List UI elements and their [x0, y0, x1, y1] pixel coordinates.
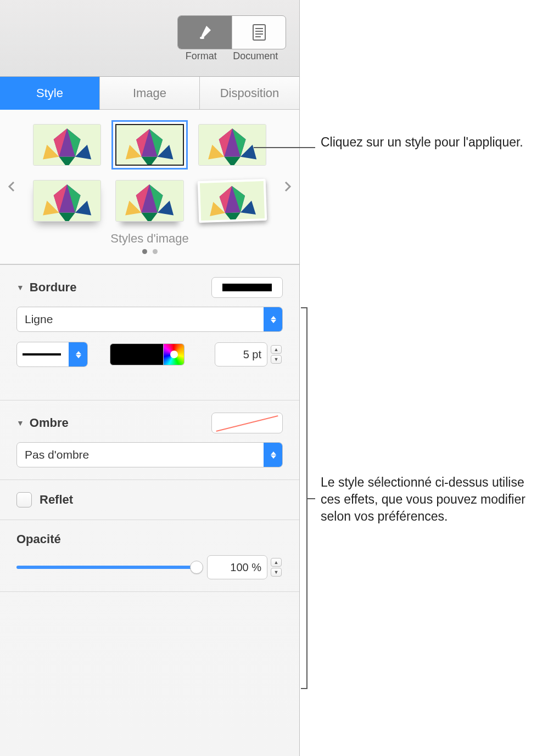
toolbar-segmented — [177, 15, 286, 49]
disclosure-triangle-icon: ▼ — [16, 419, 24, 427]
style-swatch[interactable] — [198, 124, 266, 166]
border-thickness-field[interactable]: 5 pt — [215, 342, 267, 366]
popup-arrows-icon — [264, 443, 282, 467]
border-type-value: Ligne — [17, 313, 264, 326]
line-style-preview — [23, 353, 61, 356]
paintbrush-icon — [197, 24, 213, 41]
border-color-well[interactable] — [110, 342, 184, 367]
toolbar: Format Document — [0, 0, 299, 77]
stepper-down[interactable]: ▼ — [271, 568, 282, 577]
origami-preview-icon — [116, 125, 182, 166]
style-swatch[interactable] — [197, 179, 267, 223]
callout-effects: Le style sélectionné ci-dessus utilise c… — [321, 474, 540, 525]
shadow-title[interactable]: ▼ Ombre — [16, 416, 69, 430]
origami-preview-icon — [33, 180, 100, 222]
border-preview-well[interactable] — [211, 277, 283, 298]
opacity-section: Opacité 100 % ▲ ▼ — [0, 520, 299, 592]
reflection-checkbox[interactable] — [16, 492, 32, 507]
popup-arrows-icon — [264, 307, 282, 331]
border-title[interactable]: ▼ Bordure — [16, 280, 76, 295]
image-styles-section: Styles d'image — [0, 110, 299, 264]
toolbar-labels: Format Document — [177, 50, 286, 62]
origami-preview-icon — [116, 180, 183, 222]
thickness-stepper: ▲ ▼ — [271, 342, 283, 366]
document-icon — [251, 24, 267, 41]
color-swatch — [110, 343, 164, 365]
opacity-title: Opacité — [16, 532, 283, 546]
stepper-down[interactable]: ▼ — [271, 355, 282, 364]
popup-arrows-icon — [69, 342, 87, 366]
shadow-type-value: Pas d'ombre — [17, 448, 264, 461]
document-label: Document — [233, 50, 278, 62]
styles-prev-button[interactable] — [5, 179, 18, 194]
border-title-label: Bordure — [30, 280, 77, 295]
page-dot[interactable] — [142, 249, 147, 254]
shadow-preview-well[interactable] — [211, 413, 283, 433]
page-dot[interactable] — [153, 249, 158, 254]
disclosure-triangle-icon: ▼ — [16, 283, 24, 292]
slider-thumb[interactable] — [190, 561, 203, 574]
style-swatch[interactable] — [115, 180, 183, 222]
reflection-label: Reflet — [40, 493, 73, 507]
inspector-panel: Format Document Style Image Disposition — [0, 0, 300, 756]
styles-next-button[interactable] — [282, 179, 294, 194]
tab-image[interactable]: Image — [100, 77, 200, 110]
shadow-title-label: Ombre — [30, 416, 69, 430]
tab-layout[interactable]: Disposition — [200, 77, 299, 110]
shadow-type-popup[interactable]: Pas d'ombre — [16, 442, 283, 467]
opacity-field[interactable]: 100 % — [207, 555, 267, 579]
color-wheel-icon[interactable] — [164, 343, 184, 365]
border-section: ▼ Bordure Ligne — [0, 264, 299, 400]
inspector-tabs: Style Image Disposition — [0, 77, 299, 110]
stepper-up[interactable]: ▲ — [271, 345, 282, 354]
stepper-up[interactable]: ▲ — [271, 558, 282, 567]
style-swatch[interactable] — [33, 124, 101, 166]
shadow-section: ▼ Ombre Pas d'ombre — [0, 400, 299, 480]
opacity-slider[interactable] — [16, 566, 197, 569]
reflection-section: Reflet — [0, 480, 299, 520]
callout-bracket — [301, 307, 307, 689]
callout-apply-style: Cliquez sur un style pour l'appliquer. — [321, 134, 529, 151]
style-swatch-grid — [9, 124, 290, 222]
callout-connector — [307, 498, 315, 499]
style-swatch-selected[interactable] — [115, 124, 183, 166]
tab-style[interactable]: Style — [0, 77, 100, 110]
line-style-popup[interactable] — [16, 342, 88, 367]
style-swatch[interactable] — [33, 180, 101, 222]
origami-preview-icon — [33, 125, 100, 166]
format-button[interactable] — [178, 16, 232, 49]
border-type-popup[interactable]: Ligne — [16, 307, 283, 332]
origami-preview-icon — [200, 181, 265, 223]
origami-preview-icon — [199, 125, 266, 166]
style-page-dots — [9, 249, 290, 254]
svg-rect-1 — [253, 25, 265, 40]
document-button[interactable] — [232, 16, 286, 49]
border-line-preview — [222, 284, 272, 291]
image-styles-label: Styles d'image — [9, 232, 290, 246]
svg-rect-0 — [200, 37, 204, 39]
format-label: Format — [186, 50, 217, 62]
opacity-stepper: ▲ ▼ — [271, 555, 283, 579]
callout-connector — [254, 147, 315, 148]
